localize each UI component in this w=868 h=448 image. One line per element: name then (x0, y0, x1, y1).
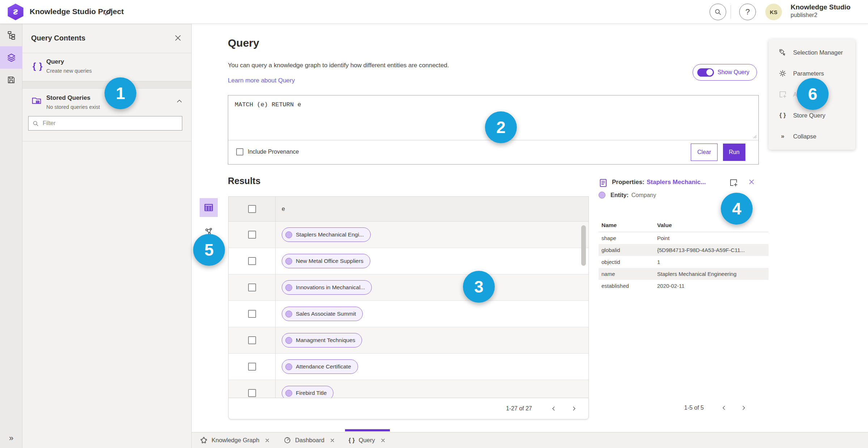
property-value: Point (657, 235, 769, 241)
include-provenance-label: Include Provenance (248, 149, 299, 155)
entity-pill[interactable]: Attendance Certificate (282, 359, 358, 374)
row-checkbox[interactable] (248, 231, 256, 239)
close-tab-icon[interactable] (329, 437, 336, 444)
learn-more-link[interactable]: Learn more about Query (228, 77, 295, 84)
active-tab-indicator (345, 429, 390, 431)
tab-dashboard[interactable]: Dashboard (277, 432, 342, 448)
row-checkbox[interactable] (248, 336, 256, 344)
store-query-label: Store Query (793, 112, 825, 119)
edit-title-icon[interactable] (103, 7, 113, 17)
annotation-badge-1: 1 (105, 77, 136, 109)
properties-entity-link[interactable]: Staplers Mechanic... (647, 179, 706, 186)
entity-pill-label: Firebird Title (296, 390, 327, 396)
entity-dot-icon (285, 337, 292, 344)
entity-pill[interactable]: Sales Associate Summit (282, 307, 363, 321)
annotation-badge-2: 2 (485, 111, 517, 143)
table-row[interactable]: Sales Associate Summit (229, 301, 588, 327)
properties-close-icon[interactable] (748, 178, 756, 187)
column-header-e[interactable]: e (282, 206, 285, 212)
row-checkbox[interactable] (248, 389, 256, 397)
clear-button[interactable]: Clear (691, 144, 718, 161)
add-square-icon (778, 90, 787, 99)
close-tab-icon[interactable] (380, 437, 386, 444)
entity-pill[interactable]: Innovations in Mechanical... (282, 280, 372, 295)
properties-prev-page-icon[interactable] (719, 403, 729, 413)
query-list-item[interactable]: { } Query Create new queries (22, 53, 191, 81)
properties-pagination-bar: 1-5 of 5 (599, 400, 769, 416)
bottom-tab-bar: Knowledge Graph Dashboard { } Query (192, 432, 868, 448)
app-logo-icon[interactable] (7, 4, 24, 20)
stored-queries-folder-icon (31, 95, 42, 106)
properties-doc-icon (599, 178, 609, 188)
table-row[interactable]: Innovations in Mechanical... (229, 274, 588, 301)
properties-table: Name Value shape Point globalid {5D9B471… (599, 222, 769, 292)
property-value: {5D9B4713-F98D-4A53-A59F-C11... (657, 247, 769, 253)
property-name: shape (599, 235, 657, 241)
entity-label: Entity: (610, 192, 629, 199)
include-provenance-row[interactable]: Include Provenance (236, 148, 299, 155)
panel-title: Query Contents (31, 34, 85, 42)
results-next-page-icon[interactable] (569, 404, 579, 414)
table-row[interactable]: New Metal Office Suppliers (229, 248, 588, 274)
user-menu[interactable]: Knowledge Studio publisher2 (791, 3, 851, 19)
query-controls: Include Provenance Clear Run (228, 140, 758, 164)
property-row: globalid {5D9B4713-F98D-4A53-A59F-C11... (599, 244, 769, 256)
collapse-section-icon[interactable] (175, 97, 183, 105)
filter-field (28, 116, 182, 131)
add-to-map-icon[interactable] (729, 178, 738, 187)
entity-row: Entity: Company (599, 192, 656, 199)
row-checkbox[interactable] (248, 257, 256, 265)
tab-label: Dashboard (295, 437, 324, 444)
toggle-switch[interactable] (697, 68, 714, 77)
tab-query[interactable]: { } Query (342, 432, 393, 448)
row-checkbox[interactable] (248, 310, 256, 318)
panel-close-icon[interactable] (173, 33, 183, 43)
rail-data-model-button[interactable] (0, 24, 22, 46)
expand-rail-button[interactable]: » (0, 434, 22, 443)
table-row[interactable]: Managment Techniques (229, 327, 588, 354)
run-button[interactable]: Run (723, 144, 745, 161)
value-column-header: Value (657, 222, 769, 232)
search-button[interactable] (710, 4, 726, 20)
table-row[interactable]: Staplers Mechanical Engi... (229, 222, 588, 248)
close-tab-icon[interactable] (264, 437, 271, 444)
main-content: Query You can query a knowledge graph to… (192, 24, 868, 432)
entity-type-dot-icon (599, 192, 605, 199)
entity-dot-icon (285, 311, 292, 317)
top-bar: Knowledge Studio Project ? KS Knowledge … (0, 0, 868, 24)
tab-knowledge-graph[interactable]: Knowledge Graph (193, 432, 277, 448)
results-scrollbar-thumb[interactable] (581, 225, 586, 266)
filter-search-icon (32, 120, 39, 127)
entity-pill[interactable]: New Metal Office Suppliers (282, 254, 370, 268)
show-query-toggle[interactable]: Show Query (693, 64, 757, 81)
property-row: shape Point (599, 232, 769, 244)
row-checkbox[interactable] (248, 363, 256, 371)
avatar[interactable]: KS (765, 4, 782, 20)
rail-layers-button[interactable] (0, 46, 22, 69)
table-row[interactable]: Attendance Certificate (229, 354, 588, 380)
entity-pill[interactable]: Staplers Mechanical Engi... (282, 227, 371, 242)
collapse-button[interactable]: » Collapse (769, 126, 855, 147)
table-view-button[interactable] (200, 198, 218, 217)
table-row[interactable]: Firebird Title (229, 380, 588, 398)
selection-manager-label: Selection Manager (793, 49, 843, 56)
filter-input[interactable] (43, 120, 178, 127)
select-all-checkbox[interactable] (248, 205, 256, 213)
left-rail: » (0, 24, 22, 448)
entity-pill[interactable]: Managment Techniques (282, 333, 362, 347)
user-name: Knowledge Studio (791, 3, 851, 12)
avatar-initials: KS (770, 9, 778, 15)
include-provenance-checkbox[interactable] (236, 148, 243, 155)
resize-handle-icon[interactable] (752, 133, 757, 139)
property-value: Staplers Mechanical Engineering (657, 271, 769, 277)
page-title: Query (228, 37, 259, 49)
property-name: globalid (599, 247, 657, 253)
properties-next-page-icon[interactable] (739, 403, 749, 413)
rail-save-button[interactable] (0, 69, 22, 91)
entity-pill[interactable]: Firebird Title (282, 386, 333, 398)
property-row: established 2020-02-11 (599, 280, 769, 292)
results-prev-page-icon[interactable] (549, 404, 559, 414)
help-button[interactable]: ? (739, 4, 756, 20)
selection-manager-button[interactable]: Selection Manager (769, 42, 855, 63)
row-checkbox[interactable] (248, 283, 256, 291)
